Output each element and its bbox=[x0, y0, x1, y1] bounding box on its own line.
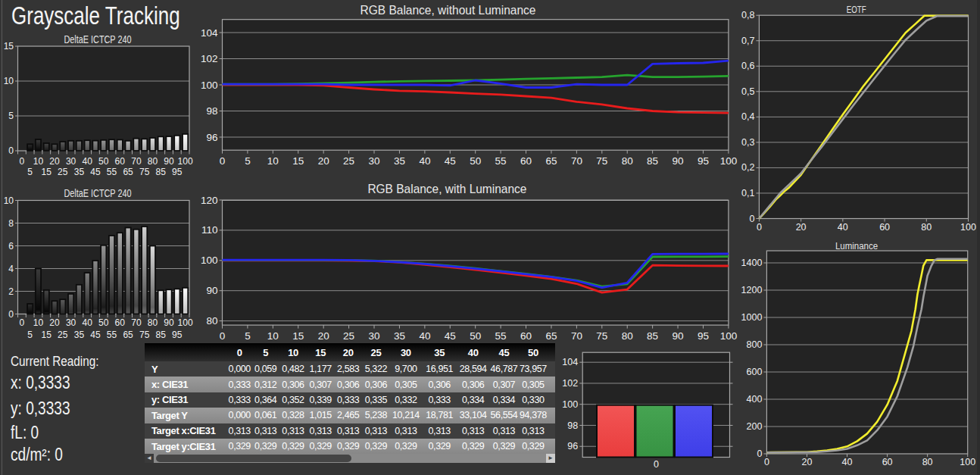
svg-text:80: 80 bbox=[622, 155, 633, 167]
svg-text:40: 40 bbox=[842, 457, 853, 467]
svg-text:0,3: 0,3 bbox=[741, 137, 754, 148]
svg-text:400: 400 bbox=[747, 394, 763, 405]
svg-text:0,7: 0,7 bbox=[741, 36, 754, 46]
svg-text:0,5: 0,5 bbox=[741, 86, 754, 97]
svg-text:0: 0 bbox=[757, 222, 762, 233]
svg-text:800: 800 bbox=[747, 339, 763, 350]
svg-text:50: 50 bbox=[470, 330, 481, 342]
svg-text:120: 120 bbox=[201, 195, 218, 206]
svg-text:70: 70 bbox=[131, 317, 142, 328]
svg-text:600: 600 bbox=[747, 367, 763, 377]
svg-text:100: 100 bbox=[720, 155, 738, 167]
svg-text:90: 90 bbox=[673, 155, 684, 167]
svg-text:75: 75 bbox=[139, 330, 150, 340]
svg-text:0: 0 bbox=[220, 155, 226, 167]
svg-text:98: 98 bbox=[567, 420, 578, 431]
svg-text:40: 40 bbox=[83, 156, 93, 167]
svg-text:Luminance: Luminance bbox=[835, 241, 878, 252]
svg-text:50: 50 bbox=[98, 317, 109, 328]
svg-text:20: 20 bbox=[796, 222, 807, 233]
svg-text:45: 45 bbox=[445, 330, 456, 342]
svg-text:100: 100 bbox=[562, 399, 578, 410]
svg-text:100: 100 bbox=[960, 457, 975, 467]
svg-text:25: 25 bbox=[58, 167, 68, 177]
svg-text:80: 80 bbox=[622, 330, 633, 342]
svg-text:35: 35 bbox=[74, 330, 85, 340]
svg-text:8: 8 bbox=[8, 218, 14, 229]
svg-text:0,4: 0,4 bbox=[741, 111, 754, 122]
svg-text:6: 6 bbox=[8, 241, 14, 252]
svg-text:50: 50 bbox=[470, 155, 481, 167]
svg-text:85: 85 bbox=[647, 155, 658, 167]
svg-text:95: 95 bbox=[698, 155, 709, 167]
svg-text:20: 20 bbox=[318, 155, 329, 167]
svg-text:102: 102 bbox=[201, 53, 218, 64]
svg-text:20: 20 bbox=[49, 156, 60, 167]
svg-text:5: 5 bbox=[245, 155, 251, 167]
svg-text:40: 40 bbox=[838, 222, 848, 233]
svg-text:0: 0 bbox=[764, 457, 769, 467]
svg-text:104: 104 bbox=[562, 357, 578, 367]
svg-text:70: 70 bbox=[131, 156, 142, 167]
svg-text:10: 10 bbox=[33, 156, 44, 167]
svg-text:70: 70 bbox=[571, 155, 582, 167]
svg-text:200: 200 bbox=[747, 421, 763, 432]
svg-text:0: 0 bbox=[749, 214, 754, 224]
svg-text:80: 80 bbox=[148, 317, 158, 328]
svg-text:15: 15 bbox=[292, 330, 304, 342]
svg-text:10: 10 bbox=[4, 76, 14, 86]
svg-text:0: 0 bbox=[20, 156, 25, 167]
svg-text:60: 60 bbox=[115, 317, 126, 328]
svg-text:15: 15 bbox=[4, 41, 14, 52]
svg-text:100: 100 bbox=[201, 80, 218, 91]
svg-text:10: 10 bbox=[267, 330, 279, 342]
svg-text:EOTF: EOTF bbox=[847, 5, 866, 15]
svg-text:10: 10 bbox=[267, 155, 279, 167]
svg-text:40: 40 bbox=[83, 317, 93, 328]
svg-text:60: 60 bbox=[879, 222, 890, 233]
svg-text:65: 65 bbox=[545, 330, 557, 342]
svg-text:20: 20 bbox=[318, 330, 329, 342]
svg-text:RGB Balance, with Luminance: RGB Balance, with Luminance bbox=[367, 182, 526, 196]
svg-text:5: 5 bbox=[27, 167, 33, 177]
svg-text:95: 95 bbox=[698, 330, 709, 342]
svg-text:15: 15 bbox=[42, 330, 52, 340]
svg-text:95: 95 bbox=[172, 167, 183, 177]
svg-text:75: 75 bbox=[596, 330, 607, 342]
svg-text:0,2: 0,2 bbox=[741, 162, 754, 173]
svg-text:35: 35 bbox=[394, 155, 405, 167]
svg-text:10: 10 bbox=[4, 195, 14, 206]
svg-text:40: 40 bbox=[419, 155, 430, 167]
svg-text:20: 20 bbox=[802, 457, 813, 467]
svg-text:45: 45 bbox=[445, 155, 456, 167]
svg-text:60: 60 bbox=[520, 155, 532, 167]
svg-text:1000: 1000 bbox=[741, 312, 763, 323]
svg-text:90: 90 bbox=[164, 156, 174, 167]
svg-text:98: 98 bbox=[206, 105, 217, 117]
svg-text:30: 30 bbox=[66, 156, 76, 167]
svg-text:85: 85 bbox=[156, 330, 167, 340]
svg-text:60: 60 bbox=[520, 330, 532, 342]
svg-text:25: 25 bbox=[343, 155, 354, 167]
svg-text:100: 100 bbox=[178, 156, 193, 167]
svg-text:35: 35 bbox=[74, 167, 85, 177]
svg-text:40: 40 bbox=[419, 330, 430, 342]
svg-text:96: 96 bbox=[206, 132, 217, 143]
svg-text:100: 100 bbox=[201, 255, 218, 266]
svg-text:80: 80 bbox=[148, 156, 158, 167]
svg-text:90: 90 bbox=[164, 317, 174, 328]
svg-text:0: 0 bbox=[654, 459, 659, 470]
svg-text:0: 0 bbox=[8, 145, 14, 156]
svg-text:85: 85 bbox=[156, 167, 167, 177]
svg-text:5: 5 bbox=[8, 111, 14, 121]
svg-text:85: 85 bbox=[647, 330, 658, 342]
svg-text:5: 5 bbox=[27, 330, 33, 340]
svg-text:55: 55 bbox=[495, 330, 507, 342]
svg-text:100: 100 bbox=[960, 222, 976, 233]
svg-text:55: 55 bbox=[495, 155, 507, 167]
svg-text:0: 0 bbox=[220, 330, 226, 342]
svg-text:75: 75 bbox=[596, 155, 607, 167]
svg-text:30: 30 bbox=[368, 155, 379, 167]
svg-text:55: 55 bbox=[107, 167, 117, 177]
svg-text:15: 15 bbox=[42, 167, 52, 177]
